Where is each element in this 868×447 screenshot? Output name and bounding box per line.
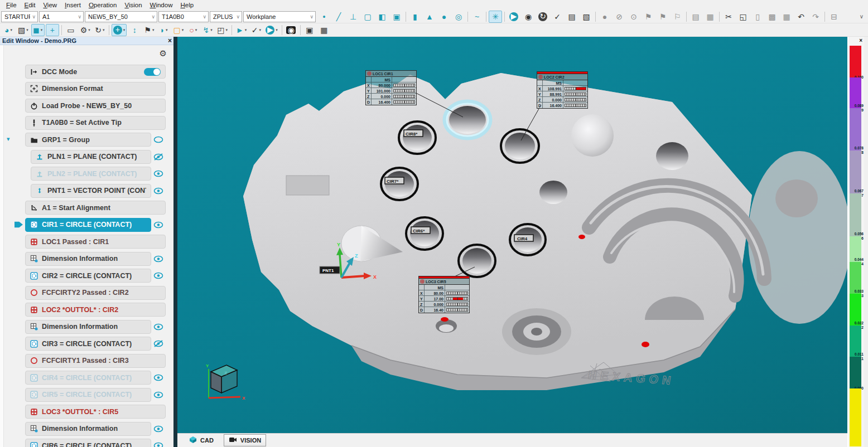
dropdown-arrow-icon[interactable]: ▾ [182, 28, 184, 32]
feature-tag-cir8[interactable]: CIR8* [404, 130, 423, 137]
command-item-5[interactable]: GRP1 = Group [25, 133, 151, 147]
redo-button[interactable]: ↷ [809, 11, 822, 23]
expander-arrow-icon[interactable]: ▾ [7, 135, 10, 143]
edit-markers-button[interactable]: ▦ [780, 11, 793, 23]
document-verify-button[interactable]: ▤ [565, 11, 578, 23]
hole-cir2[interactable] [505, 133, 535, 159]
dropdown-arrow-icon[interactable]: ▾ [225, 28, 228, 32]
eye-slash-icon[interactable] [151, 153, 166, 161]
feature-tag-cir6[interactable]: CIR6* [411, 227, 430, 234]
round-slot-feature-button[interactable]: ◧ [375, 11, 389, 23]
eye-icon[interactable] [151, 374, 166, 381]
dropdown-arrow-icon[interactable]: ▾ [10, 28, 12, 32]
confirm-check-button[interactable]: ✓ [551, 11, 564, 23]
dimension-label-loc2[interactable]: LOC2 CIR2MSX108.991Y88.991Z0.000D16.400 [537, 71, 588, 109]
eye-slash-icon[interactable] [151, 340, 166, 347]
curve-feature-button[interactable]: ~ [470, 11, 484, 23]
dropdown-arrow-icon[interactable]: ▾ [166, 28, 168, 32]
eye-icon[interactable] [151, 170, 166, 177]
cancel-execute-button[interactable]: ⊘ [613, 11, 626, 23]
combo-tip[interactable]: T1A0B0∨ [158, 11, 209, 22]
dropdown-arrow-icon[interactable]: ▾ [26, 28, 28, 32]
eye-icon[interactable] [151, 136, 166, 143]
print-button[interactable]: ⊟ [827, 11, 841, 23]
command-item-8[interactable]: PNT1 = VECTOR POINT (CONTACT) [31, 184, 151, 198]
dropdown-arrow-icon[interactable]: ▾ [41, 28, 43, 32]
dropdown-arrow-icon[interactable]: ▾ [210, 28, 213, 32]
eye-icon[interactable] [151, 442, 166, 447]
stop-execute-button[interactable]: ● [598, 11, 611, 23]
command-item-2[interactable]: Dimension Format [25, 82, 166, 96]
edit-window-titlebar[interactable]: Edit Window - Demo.PRG × [0, 37, 177, 45]
report-list-button[interactable]: ▤ [689, 11, 702, 23]
command-item-12[interactable]: Dimension Information [25, 252, 151, 266]
feature-tag-cir4[interactable]: CIR4 [514, 235, 533, 241]
duplicate-view-button[interactable]: ◰▾ [215, 24, 229, 36]
command-item-16[interactable]: Dimension Information [25, 320, 151, 334]
zoom-to-fit-button[interactable]: + [46, 24, 59, 36]
dimension-label-loc3[interactable]: LOC3 CIR5MSX80.00Y17.00Z0.000D16.40 [418, 276, 470, 313]
command-item-15[interactable]: LOC2 *OUTTOL* : CIR2 [25, 303, 166, 317]
auto-feature-button[interactable]: ✳ [489, 11, 502, 23]
eye-icon[interactable] [151, 272, 166, 279]
plane-feature-button[interactable]: ⊥ [346, 11, 360, 23]
settings-gears-button[interactable]: ⚙▾ [79, 24, 92, 36]
command-item-18[interactable]: FCFCIRTY1 Passed : CIR3 [25, 354, 166, 368]
execute-mode-button[interactable]: ▶▾ [264, 24, 279, 36]
orientation-cube[interactable]: Y X Z [206, 363, 245, 401]
chevron-down-icon[interactable]: ∨ [76, 14, 81, 20]
dropdown-arrow-icon[interactable]: ▾ [152, 28, 155, 32]
gage-circle-button[interactable]: ○▾ [186, 24, 200, 36]
resume-execute-button[interactable]: ⊙ [627, 11, 640, 23]
dropdown-arrow-icon[interactable]: ▾ [88, 28, 90, 32]
command-item-3[interactable]: Load Probe - NEW5_BY_50 [25, 99, 166, 113]
chevron-down-icon[interactable]: ∨ [234, 14, 240, 20]
dropdown-arrow-icon[interactable]: ▾ [245, 28, 247, 32]
annotation-button[interactable]: ▭ [64, 24, 78, 36]
square-slot-feature-button[interactable]: ▣ [390, 11, 403, 23]
combo-view-set[interactable]: Workplane∨ [243, 11, 316, 22]
copy-button[interactable]: ◱ [736, 11, 750, 23]
line-feature-button[interactable]: ╱ [332, 11, 345, 23]
probe-display-button[interactable]: ◗▾ [157, 24, 170, 36]
point-feature-button[interactable]: • [317, 11, 331, 23]
feature-tag-cir7[interactable]: CIR7* [385, 177, 404, 184]
sphere-feature-button[interactable]: ● [437, 11, 451, 23]
eye-icon[interactable] [151, 255, 166, 263]
bookmark-clear-button[interactable]: ⚐ [671, 11, 684, 23]
report-grid-button[interactable]: ▦ [703, 11, 717, 23]
menu-view[interactable]: View [39, 1, 61, 9]
eye-icon[interactable] [151, 221, 166, 229]
dropdown-arrow-icon[interactable]: ▾ [276, 28, 278, 32]
camera-snapshot-button[interactable]: ◉ [284, 24, 298, 36]
combo-alignment[interactable]: A1∨ [39, 11, 84, 22]
circle-feature-button[interactable]: ▢ [361, 11, 374, 23]
cad-viewport[interactable]: CIR8* CIR7* CIR6* CIR4 PNT1 [177, 37, 847, 447]
shaded-mode-button[interactable]: ◼▾ [31, 24, 45, 36]
toolbar-overflow-chevron[interactable]: ∨ [860, 13, 867, 20]
execute-feature-button[interactable]: ◉ [522, 11, 535, 23]
cut-button[interactable]: ✂ [722, 11, 735, 23]
command-item-4[interactable]: T1A0B0 = Set Active Tip [25, 116, 166, 130]
eye-icon[interactable] [151, 323, 166, 331]
dropdown-arrow-icon[interactable]: ▾ [123, 28, 126, 32]
command-item-6[interactable]: PLN1 = PLANE (CONTACT) [31, 150, 151, 164]
rotate-view-button[interactable]: ↻▾ [93, 24, 107, 36]
paste-button[interactable]: ▯ [751, 11, 764, 23]
probe-vector-toggle-button[interactable]: ↕ [128, 24, 141, 36]
command-item-10[interactable]: CIR1 = CIRCLE (CONTACT) [25, 218, 151, 232]
hole-cir8[interactable] [403, 125, 432, 150]
feature-id-display-button[interactable]: ⚑▾ [142, 24, 156, 36]
eye-icon[interactable] [151, 391, 166, 399]
report-window-button[interactable]: ▣ [303, 24, 316, 36]
menu-edit[interactable]: Edit [21, 1, 40, 9]
gage-slot-button[interactable]: ▢▾ [171, 24, 185, 36]
combo-probe[interactable]: NEW5_BY_50∨ [85, 11, 157, 22]
chevron-down-icon[interactable]: ∨ [201, 14, 206, 20]
pan-view-button[interactable]: +▾ [112, 24, 127, 36]
bookmark-button[interactable]: ⚑ [642, 11, 655, 23]
menu-operation[interactable]: Operation [85, 1, 121, 9]
dropdown-arrow-icon[interactable]: ▾ [103, 28, 105, 32]
tab-vision[interactable]: VISION [224, 434, 266, 446]
command-item-13[interactable]: CIR2 = CIRCLE (CONTACT) [25, 269, 151, 283]
